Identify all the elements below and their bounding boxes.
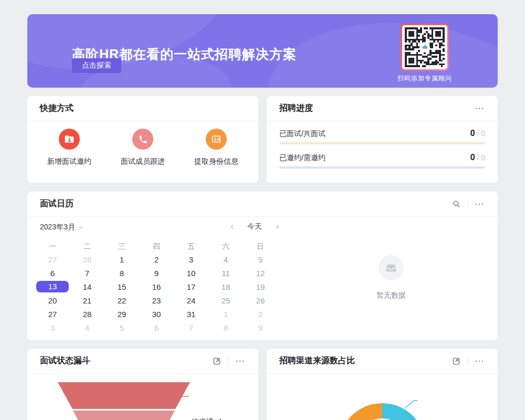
calendar-more-menu-button[interactable]: ··· <box>475 199 485 209</box>
calendar-day[interactable]: 10 <box>174 266 208 280</box>
calendar-nav: 今天 <box>228 222 281 232</box>
calendar-day[interactable]: 9 <box>243 321 278 334</box>
calendar-day-selected[interactable]: 13 <box>35 280 70 293</box>
next-period-button[interactable] <box>274 222 281 232</box>
month-selector-dropdown[interactable]: 2023年3月 <box>40 223 83 232</box>
recruit-progress-card: 招聘进度 ··· 已面试/共面试0 / 0已邀约/需邀约0 / 0 <box>267 96 498 183</box>
calendar-day[interactable]: 1 <box>208 307 243 321</box>
quick-action-label: 面试成员跟进 <box>121 157 165 166</box>
calendar-day[interactable]: 3 <box>35 321 70 334</box>
prev-period-button[interactable] <box>228 222 236 232</box>
header-divider <box>468 358 468 365</box>
calendar-day[interactable]: 17 <box>174 280 208 293</box>
funnel-chart: 待邀请: 4 <box>27 374 258 420</box>
calendar-day[interactable]: 18 <box>208 280 243 293</box>
calendar-day[interactable]: 5 <box>243 253 278 266</box>
calendar-day[interactable]: 8 <box>104 266 139 280</box>
recruit-progress-header: 招聘进度 ··· <box>267 96 498 121</box>
calendar-day[interactable]: 14 <box>70 280 104 293</box>
quick-actions-title: 快捷方式 <box>40 103 74 114</box>
calendar-day[interactable]: 16 <box>139 280 174 293</box>
calendar-day[interactable]: 2 <box>139 253 174 266</box>
calendar-day[interactable]: 7 <box>174 321 208 334</box>
search-icon <box>452 200 461 208</box>
calendar-day[interactable]: 15 <box>104 280 139 293</box>
quick-action-item[interactable]: 提取身份信息 <box>180 129 253 166</box>
calendar-search-button[interactable] <box>451 199 461 209</box>
weekday-header: 六 <box>208 240 243 253</box>
quick-action-item[interactable]: 面试成员跟进 <box>106 129 180 166</box>
weekday-header: 四 <box>139 240 174 253</box>
pie-slice-internet <box>382 403 426 420</box>
header-divider <box>468 201 468 208</box>
calendar-week-row: 6789101112 <box>35 266 278 280</box>
weekday-header: 二 <box>70 240 104 253</box>
inbox-empty-icon <box>384 261 398 275</box>
month-label: 2023年3月 <box>40 223 75 232</box>
calendar-day[interactable]: 6 <box>35 266 70 280</box>
pie-chart: 互联网招聘: 2(16.67%) <box>267 374 498 420</box>
calendar-day[interactable]: 24 <box>174 293 208 307</box>
calendar-day[interactable]: 28 <box>70 307 104 321</box>
calendar-day[interactable]: 27 <box>35 307 70 321</box>
pie-more-menu-button[interactable]: ··· <box>475 356 485 366</box>
qr-caption: 扫码添加专属顾问 <box>385 74 465 83</box>
ellipsis-icon: ··· <box>475 200 485 208</box>
calendar-day[interactable]: 28 <box>70 253 104 266</box>
empty-state-circle <box>379 255 404 280</box>
quick-action-item[interactable]: 新增面试邀约 <box>33 129 106 166</box>
calendar-day[interactable]: 11 <box>208 266 243 280</box>
calendar-header: 面试日历 ··· <box>27 192 498 217</box>
pie-expand-button[interactable] <box>451 356 461 366</box>
calendar-empty-state: 暂无数据 <box>346 255 436 300</box>
recruit-progress-title: 招聘进度 <box>279 103 313 114</box>
chevron-right-icon <box>275 223 280 230</box>
quick-actions-list: 新增面试邀约面试成员跟进提取身份信息 <box>27 121 258 166</box>
chevron-left-icon <box>230 223 235 230</box>
funnel-expand-button[interactable] <box>212 356 222 366</box>
funnel-card-title: 面试状态漏斗 <box>40 355 90 366</box>
pie-card-header: 招聘渠道来源数占比 ··· <box>267 349 498 374</box>
funnel-card-header: 面试状态漏斗 ··· <box>27 349 258 374</box>
calendar-day[interactable]: 3 <box>174 253 208 266</box>
calendar-day[interactable]: 22 <box>104 293 139 307</box>
header-divider <box>228 358 229 365</box>
quick-actions-card: 快捷方式 新增面试邀约面试成员跟进提取身份信息 <box>27 96 258 183</box>
progress-row-value: 0 / 0 <box>470 129 485 138</box>
calendar-day[interactable]: 5 <box>104 321 139 334</box>
pie-card-title: 招聘渠道来源数占比 <box>279 355 355 366</box>
calendar-day[interactable]: 2 <box>243 307 278 321</box>
calendar-day[interactable]: 8 <box>208 321 243 334</box>
calendar-day[interactable]: 7 <box>70 266 104 280</box>
calendar-day[interactable]: 30 <box>139 307 174 321</box>
calendar-week-row: 13141516171819 <box>35 280 278 293</box>
banner-cta-button[interactable]: 点击探索 <box>72 58 121 73</box>
calendar-day[interactable]: 29 <box>104 307 139 321</box>
today-button[interactable]: 今天 <box>247 222 262 232</box>
calendar-day[interactable]: 1 <box>104 253 139 266</box>
quick-actions-header: 快捷方式 <box>27 96 258 121</box>
progress-more-menu-button[interactable]: ··· <box>475 103 485 114</box>
calendar-day[interactable]: 12 <box>243 266 278 280</box>
qr-code <box>401 24 449 71</box>
calendar-day[interactable]: 31 <box>174 307 208 321</box>
pie-label-connector <box>404 401 417 409</box>
calendar-day[interactable]: 4 <box>208 253 243 266</box>
quick-action-label: 新增面试邀约 <box>47 157 91 166</box>
calendar-day[interactable]: 25 <box>208 293 243 307</box>
funnel-chart-svg <box>27 374 258 420</box>
empty-state-text: 暂无数据 <box>346 291 436 300</box>
funnel-more-menu-button[interactable]: ··· <box>235 356 246 366</box>
funnel-segment-1 <box>58 382 190 409</box>
calendar-day[interactable]: 21 <box>70 293 104 307</box>
calendar-day[interactable]: 26 <box>243 293 278 307</box>
calendar-day[interactable]: 23 <box>139 293 174 307</box>
calendar-day[interactable]: 9 <box>139 266 174 280</box>
progress-row: 已面试/共面试0 / 0 <box>279 129 485 144</box>
calendar-day[interactable]: 27 <box>35 253 70 266</box>
calendar-day[interactable]: 4 <box>70 321 104 334</box>
calendar-day[interactable]: 19 <box>243 280 278 293</box>
calendar-day[interactable]: 6 <box>139 321 174 334</box>
calendar-day[interactable]: 20 <box>35 293 70 307</box>
progress-row: 已邀约/需邀约0 / 0 <box>279 153 485 169</box>
